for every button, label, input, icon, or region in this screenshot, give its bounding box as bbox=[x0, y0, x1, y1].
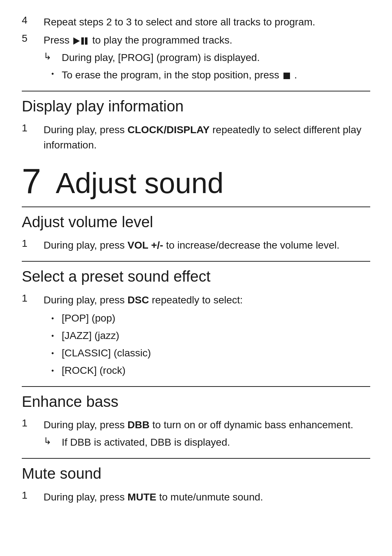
divider-mute bbox=[22, 458, 370, 459]
volume-step-1-row: 1 During play, press VOL +/- to increase… bbox=[22, 238, 370, 253]
preset-step-1-group: 1 During play, press DSC repeatedly to s… bbox=[22, 293, 370, 378]
step-5-row: 5 Press to play the programmed tracks. bbox=[22, 33, 370, 48]
dbb-bold: DBB bbox=[127, 419, 150, 430]
preset-bullet-jazz: • [JAZZ] (jazz) bbox=[44, 328, 370, 343]
preset-bullet-classic: • [CLASSIC] (classic) bbox=[44, 346, 370, 361]
arrow-icon-1: ↳ bbox=[44, 50, 62, 62]
step-5-text-after: to play the programmed tracks. bbox=[92, 34, 232, 46]
stop-square-icon bbox=[283, 73, 290, 79]
bass-step-1-row: 1 During play, press DBB to turn on or o… bbox=[22, 417, 370, 433]
step-5-text-before: Press bbox=[44, 34, 70, 46]
volume-section-heading: Adjust volume level bbox=[22, 212, 370, 232]
mute-section-heading: Mute sound bbox=[22, 464, 370, 484]
play-triangle-icon bbox=[73, 37, 80, 45]
mute-step-1-row: 1 During play, press MUTE to mute/unmute… bbox=[22, 490, 370, 505]
bass-step-1-content: During play, press DBB to turn on or off… bbox=[44, 417, 370, 433]
arrow-icon-bass: ↳ bbox=[44, 435, 62, 447]
display-step-1-number: 1 bbox=[22, 122, 44, 134]
step-5-sub-2-text: To erase the program, in the stop positi… bbox=[62, 68, 370, 83]
step-4-content: Repeat steps 2 to 3 to select and store … bbox=[44, 15, 370, 30]
divider-bass bbox=[22, 386, 370, 387]
preset-jazz-text: [JAZZ] (jazz) bbox=[62, 328, 370, 343]
step-4-number: 4 bbox=[22, 15, 44, 26]
preset-section-heading: Select a preset sound effect bbox=[22, 267, 370, 287]
bullet-jazz-icon: • bbox=[44, 328, 62, 341]
bullet-rock-icon: • bbox=[44, 363, 62, 376]
bass-sub-1: ↳ If DBB is activated, DBB is displayed. bbox=[44, 435, 370, 450]
bullet-icon-1: • bbox=[44, 68, 62, 78]
display-step-1-content: During play, press CLOCK/DISPLAY repeate… bbox=[44, 122, 370, 153]
step-5-sub-1-text: During play, [PROG] (program) is display… bbox=[62, 50, 370, 65]
pause-bar-left bbox=[81, 37, 84, 45]
step-5-sub-1: ↳ During play, [PROG] (program) is displ… bbox=[44, 50, 370, 65]
preset-bullet-rock: • [ROCK] (rock) bbox=[44, 363, 370, 378]
step-4-group: 4 Repeat steps 2 to 3 to select and stor… bbox=[22, 15, 370, 30]
preset-pop-text: [POP] (pop) bbox=[62, 311, 370, 326]
bass-step-1-group: 1 During play, press DBB to turn on or o… bbox=[22, 417, 370, 450]
mute-step-1-number: 1 bbox=[22, 490, 44, 501]
play-pause-icon bbox=[73, 37, 88, 45]
preset-bullets: • [POP] (pop) • [JAZZ] (jazz) • [CLASSIC… bbox=[44, 311, 370, 378]
pause-bar-right bbox=[85, 37, 87, 45]
step-5-sub-2-before: To erase the program, in the stop positi… bbox=[62, 69, 279, 81]
volume-step-1-content: During play, press VOL +/- to increase/d… bbox=[44, 238, 370, 253]
preset-step-1-row: 1 During play, press DSC repeatedly to s… bbox=[22, 293, 370, 378]
mute-bold: MUTE bbox=[127, 491, 156, 503]
chapter-7-number: 7 bbox=[22, 164, 41, 199]
divider-preset bbox=[22, 261, 370, 262]
display-section-heading: Display play information bbox=[22, 97, 370, 116]
bullet-pop-icon: • bbox=[44, 311, 62, 324]
divider-volume bbox=[22, 207, 370, 207]
preset-step-1-content: During play, press DSC repeatedly to sel… bbox=[44, 293, 370, 378]
chapter-7-heading: 7 Adjust sound bbox=[22, 164, 370, 199]
preset-classic-text: [CLASSIC] (classic) bbox=[62, 346, 370, 361]
volume-step-1-number: 1 bbox=[22, 238, 44, 249]
display-step-1-row: 1 During play, press CLOCK/DISPLAY repea… bbox=[22, 122, 370, 153]
preset-rock-text: [ROCK] (rock) bbox=[62, 363, 370, 378]
preset-bullet-pop: • [POP] (pop) bbox=[44, 311, 370, 326]
display-step-1-group: 1 During play, press CLOCK/DISPLAY repea… bbox=[22, 122, 370, 153]
volume-step-1-group: 1 During play, press VOL +/- to increase… bbox=[22, 238, 370, 253]
preset-step-1-number: 1 bbox=[22, 293, 44, 304]
vol-bold: VOL +/- bbox=[127, 240, 163, 251]
step-5-sub-2: • To erase the program, in the stop posi… bbox=[44, 68, 370, 83]
step-4-row: 4 Repeat steps 2 to 3 to select and stor… bbox=[22, 15, 370, 30]
step-5-content: Press to play the programmed tracks. bbox=[44, 33, 370, 48]
bass-section-heading: Enhance bass bbox=[22, 392, 370, 412]
mute-step-1-content: During play, press MUTE to mute/unmute s… bbox=[44, 490, 370, 505]
step-5-group: 5 Press to play the programmed tracks. ↳… bbox=[22, 33, 370, 83]
bass-step-1-number: 1 bbox=[22, 417, 44, 429]
mute-step-1-group: 1 During play, press MUTE to mute/unmute… bbox=[22, 490, 370, 505]
chapter-7-title: Adjust sound bbox=[56, 169, 224, 198]
step-5-number: 5 bbox=[22, 33, 44, 44]
step-5-sub-2-end: . bbox=[294, 69, 297, 81]
bullet-classic-icon: • bbox=[44, 346, 62, 359]
divider-display bbox=[22, 91, 370, 91]
bass-sub-1-text: If DBB is activated, DBB is displayed. bbox=[62, 435, 370, 450]
dsc-bold: DSC bbox=[127, 294, 149, 306]
pause-bars-icon bbox=[81, 37, 87, 45]
clock-display-bold: CLOCK/DISPLAY bbox=[127, 124, 209, 135]
